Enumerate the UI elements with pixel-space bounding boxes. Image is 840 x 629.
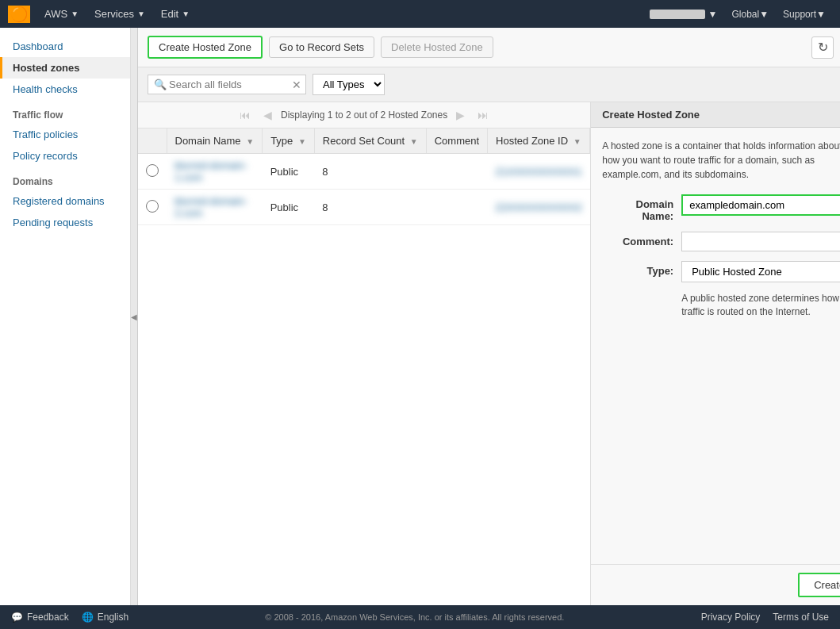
sidebar-item-traffic-policies[interactable]: Traffic policies (0, 124, 130, 145)
sidebar-item-health-checks[interactable]: Health checks (0, 79, 130, 100)
row-comment-2 (426, 190, 487, 225)
create-button[interactable]: Create (798, 573, 840, 597)
search-input[interactable] (148, 75, 306, 94)
top-nav: 🟠 AWS ▼ Services ▼ Edit ▼ ▼ Global ▼ Sup… (0, 0, 840, 28)
domain-name-input[interactable] (681, 194, 840, 216)
row-count-2: 8 (314, 190, 426, 225)
sidebar-item-registered-domains[interactable]: Registered domains (0, 190, 130, 212)
domain-name-row: Domain Name: (602, 194, 840, 222)
col-header-type[interactable]: Type ▼ (263, 128, 315, 154)
col-header-record-count[interactable]: Record Set Count ▼ (314, 128, 426, 154)
row-type-1: Public (263, 154, 315, 190)
feedback-icon: 💬 (11, 612, 23, 623)
type-description: A public hosted zone determines how traf… (681, 292, 840, 319)
refresh-button[interactable]: ↻ (811, 36, 834, 59)
hosted-zone-id-sort-icon: ▼ (573, 137, 581, 146)
top-right-nav: ▼ Global ▼ Support ▼ (643, 0, 832, 28)
search-clear-button[interactable]: ✕ (292, 79, 301, 91)
search-icon: 🔍 (154, 79, 167, 90)
table-area: Domain Name ▼ Type ▼ Record Set Count ▼ (138, 128, 590, 605)
main-layout: Dashboard Hosted zones Health checks Tra… (0, 28, 840, 605)
pagination-text: Displaying 1 to 2 out of 2 Hosted Zones (281, 109, 447, 121)
search-input-wrap: 🔍 ✕ (148, 75, 306, 94)
go-to-record-sets-button[interactable]: Go to Record Sets (269, 36, 374, 58)
panel-description: A hosted zone is a container that holds … (602, 139, 840, 182)
row-domain-1: blurred-domain-1.com (167, 154, 263, 190)
delete-hosted-zone-button[interactable]: Delete Hosted Zone (381, 36, 493, 58)
toolbar: Create Hosted Zone Go to Record Sets Del… (138, 28, 840, 67)
hosted-zones-table: Domain Name ▼ Type ▼ Record Set Count ▼ (138, 128, 590, 225)
sidebar-section-domains: Domains (0, 167, 130, 190)
edit-menu[interactable]: Edit ▼ (153, 0, 198, 28)
type-label: Type: (602, 261, 681, 277)
global-menu[interactable]: Global ▼ (726, 0, 776, 28)
services-arrow: ▼ (137, 10, 145, 18)
next-page-button[interactable]: ▶ (452, 107, 469, 123)
row-count-1: 8 (314, 154, 426, 190)
row-type-2: Public (263, 190, 315, 225)
type-select-panel[interactable]: Public Hosted Zone Private Hosted Zone (681, 261, 840, 282)
table-section: ⏮ ◀ Displaying 1 to 2 out of 2 Hosted Zo… (138, 102, 590, 605)
sidebar-toggle[interactable]: ◀ (131, 28, 138, 605)
right-panel-body: A hosted zone is a container that holds … (591, 128, 840, 564)
col-header-select (138, 128, 167, 154)
row-select-1[interactable] (138, 154, 167, 190)
last-page-button[interactable]: ⏭ (474, 107, 493, 123)
col-header-domain[interactable]: Domain Name ▼ (167, 128, 263, 154)
type-sort-icon: ▼ (298, 137, 306, 146)
prev-page-button[interactable]: ◀ (259, 107, 276, 123)
type-filter-select[interactable]: All Types Public Private (313, 74, 385, 95)
terms-link[interactable]: Terms of Use (773, 612, 829, 623)
globe-icon: 🌐 (82, 612, 94, 623)
sidebar-item-policy-records[interactable]: Policy records (0, 145, 130, 167)
col-header-comment: Comment (426, 128, 487, 154)
row-zoneid-2: Z2XXXXXXXXXX2 (488, 190, 590, 225)
footer: 💬 Feedback 🌐 English © 2008 - 2016, Amaz… (0, 605, 840, 629)
feedback-button[interactable]: 💬 Feedback (11, 612, 69, 623)
sidebar-item-dashboard[interactable]: Dashboard (0, 36, 130, 57)
sidebar-item-pending-requests[interactable]: Pending requests (0, 212, 130, 233)
record-count-sort-icon: ▼ (410, 137, 418, 146)
sidebar-item-hosted-zones[interactable]: Hosted zones (0, 57, 130, 79)
services-menu[interactable]: Services ▼ (86, 0, 153, 28)
pagination-bar: ⏮ ◀ Displaying 1 to 2 out of 2 Hosted Zo… (138, 102, 590, 128)
row-domain-2: blurred-domain-2.com (167, 190, 263, 225)
first-page-button[interactable]: ⏮ (236, 107, 255, 123)
comment-row: Comment: (602, 232, 840, 251)
aws-menu[interactable]: AWS ▼ (36, 0, 86, 28)
aws-arrow: ▼ (71, 10, 79, 18)
right-panel: Create Hosted Zone A hosted zone is a co… (590, 102, 840, 605)
footer-links: Privacy Policy Terms of Use (701, 612, 829, 623)
table-right-panel-container: ⏮ ◀ Displaying 1 to 2 out of 2 Hosted Zo… (138, 102, 840, 605)
table-row[interactable]: blurred-domain-1.com Public 8 Z1XXXXXXXX… (138, 154, 590, 190)
type-row: Type: Public Hosted Zone Private Hosted … (602, 261, 840, 282)
row-zoneid-1: Z1XXXXXXXXXX1 (488, 154, 590, 190)
col-header-hosted-zone-id[interactable]: Hosted Zone ID ▼ (488, 128, 590, 154)
row-comment-1 (426, 154, 487, 190)
support-menu[interactable]: Support ▼ (777, 0, 832, 28)
language-button[interactable]: 🌐 English (82, 612, 128, 623)
comment-label: Comment: (602, 232, 681, 247)
account-menu[interactable]: ▼ (643, 0, 724, 28)
sidebar-section-traffic-flow: Traffic flow (0, 100, 130, 124)
aws-logo: 🟠 (8, 6, 30, 23)
privacy-policy-link[interactable]: Privacy Policy (701, 612, 761, 623)
sidebar: Dashboard Hosted zones Health checks Tra… (0, 28, 131, 605)
table-row[interactable]: blurred-domain-2.com Public 8 Z2XXXXXXXX… (138, 190, 590, 225)
refresh-icon: ↻ (818, 40, 828, 55)
row-select-2[interactable] (138, 190, 167, 225)
domain-sort-icon: ▼ (246, 137, 254, 146)
right-panel-footer: Create (591, 564, 840, 605)
right-panel-header: Create Hosted Zone (591, 102, 840, 128)
create-hosted-zone-button[interactable]: Create Hosted Zone (148, 36, 263, 59)
search-bar: 🔍 ✕ All Types Public Private (138, 67, 840, 102)
copyright-text: © 2008 - 2016, Amazon Web Services, Inc.… (128, 612, 701, 622)
content-area: Create Hosted Zone Go to Record Sets Del… (138, 28, 840, 605)
edit-arrow: ▼ (182, 10, 190, 18)
domain-name-label: Domain Name: (602, 194, 681, 222)
comment-input[interactable] (681, 232, 840, 251)
